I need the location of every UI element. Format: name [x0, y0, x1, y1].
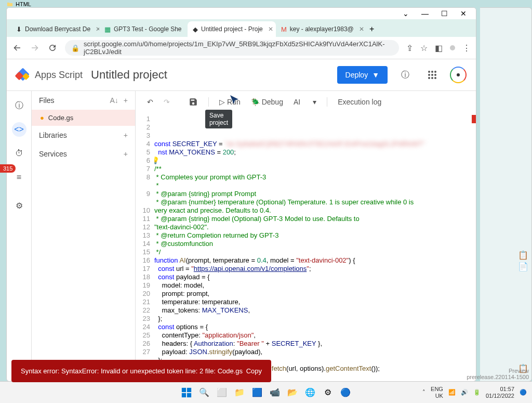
notification-icon[interactable]: 🔵	[520, 389, 527, 396]
tab-strip: ⬇Download Berrycast De✕ ▦GPT3 Test - Goo…	[7, 19, 476, 37]
extensions-icon[interactable]: ◧	[435, 43, 443, 53]
executions-icon[interactable]: ≡	[12, 170, 26, 185]
caret-down-icon: ▼	[372, 71, 379, 79]
new-tab-button[interactable]: +	[364, 21, 379, 37]
account-avatar[interactable]	[450, 67, 467, 83]
sheets-icon: ▦	[104, 25, 111, 33]
help-icon[interactable]: ⓘ	[396, 66, 415, 84]
svg-rect-1	[187, 387, 191, 392]
recorder-badge[interactable]: 315	[0, 164, 16, 173]
mini-icon: 📋	[518, 250, 528, 260]
function-select[interactable]: AI▾	[289, 96, 321, 108]
file-code-gs[interactable]: ● Code.gs	[32, 110, 135, 126]
explorer-icon[interactable]: 📂	[285, 385, 300, 400]
error-marker	[472, 115, 476, 123]
search-button[interactable]: 🔍	[197, 385, 211, 400]
forward-button[interactable]	[30, 43, 40, 53]
window-controls: ⌄ — ☐ ✕	[7, 8, 476, 19]
save-icon	[189, 97, 198, 107]
project-title[interactable]: Untitled project	[91, 68, 167, 82]
edge-icon[interactable]: 🌐	[303, 385, 317, 400]
script-icon: ◆	[193, 25, 198, 33]
apps-menu-icon[interactable]	[423, 66, 442, 84]
file-status-icon: ●	[40, 114, 44, 122]
copy-error-button[interactable]: Copy	[246, 367, 262, 375]
sort-icon[interactable]: A↓	[110, 96, 118, 105]
left-rail: ⓘ <> ⏱ ≡ ⚙	[7, 91, 32, 381]
share-icon[interactable]: ⇪	[406, 43, 413, 53]
prerelease-label: Previewprerelease.220114-1500	[463, 367, 532, 381]
desktop-folder[interactable]: HTML	[6, 1, 31, 7]
cursor-pointer-icon	[228, 93, 241, 106]
language-indicator[interactable]: ENGUK	[431, 386, 443, 399]
apps-script-logo[interactable]: Apps Script	[16, 68, 83, 82]
add-service-icon[interactable]: +	[124, 150, 128, 158]
camera-icon[interactable]: 📹	[268, 385, 282, 400]
close-icon[interactable]: ✕	[96, 25, 99, 33]
wifi-icon[interactable]: 📶	[448, 389, 456, 396]
back-button[interactable]	[12, 43, 22, 53]
window-minimize[interactable]: —	[421, 9, 429, 18]
logo-icon	[16, 68, 31, 82]
svg-rect-3	[187, 393, 191, 397]
task-view-button[interactable]: ⬜	[215, 385, 229, 400]
editor-icon[interactable]: <>	[12, 122, 26, 137]
execution-log-button[interactable]: Execution log	[334, 96, 385, 108]
close-icon[interactable]: ✕	[359, 25, 364, 33]
steam-icon[interactable]: ⚙	[321, 385, 335, 400]
tab-berrycast[interactable]: ⬇Download Berrycast De✕	[11, 21, 99, 37]
url-input[interactable]: 🔒script.google.com/u/0/home/projects/1m_…	[65, 40, 399, 56]
error-message: Syntax error: SyntaxError: Invalid or un…	[21, 367, 243, 375]
tray-chevron-icon[interactable]: ˄	[422, 389, 425, 396]
close-icon[interactable]: ✕	[187, 25, 188, 33]
clock[interactable]: 01:5701/12/2022	[486, 386, 514, 399]
background-window: 📋 📄 📋	[480, 7, 532, 382]
start-button[interactable]	[179, 385, 194, 400]
overview-icon[interactable]: ⓘ	[12, 98, 26, 113]
tab-apps-script[interactable]: ◆Untitled project - Proje✕	[188, 21, 276, 37]
undo-button[interactable]: ↶	[143, 96, 157, 108]
files-sidebar: Files A↓+ ● Code.gs Libraries + Services…	[32, 91, 136, 381]
save-tooltip: Save project	[205, 110, 232, 128]
lock-icon: 🔒	[71, 44, 79, 52]
download-icon: ⬇	[16, 25, 22, 33]
svg-rect-0	[182, 387, 186, 392]
error-toast: Syntax error: SyntaxError: Invalid or un…	[11, 360, 271, 382]
close-icon[interactable]: ✕	[268, 25, 273, 33]
tab-gmail[interactable]: Mkey - alexplayer1983@✕	[276, 21, 364, 37]
window-close[interactable]: ✕	[460, 9, 467, 18]
services-header: Services +	[32, 145, 135, 163]
menu-icon[interactable]: ⋮	[462, 43, 471, 53]
taskbar-right: ˄ ENGUK 📶 🔊 🔋 01:5701/12/2022 🔵	[422, 386, 532, 399]
redo-button[interactable]: ↷	[159, 96, 174, 108]
svg-rect-2	[182, 393, 186, 397]
editor-toolbar: ↶ ↷ Save project ▷ Run 🪲 Debug AI▾ Execu…	[136, 91, 476, 113]
chrome-icon[interactable]: 🔵	[338, 385, 353, 400]
window-dropdown[interactable]: ⌄	[403, 9, 409, 18]
tab-sheets[interactable]: ▦GPT3 Test - Google She✕	[99, 21, 188, 37]
browser-window: ⌄ — ☐ ✕ ⬇Download Berrycast De✕ ▦GPT3 Te…	[6, 7, 476, 382]
code-editor: ↶ ↷ Save project ▷ Run 🪲 Debug AI▾ Execu…	[136, 91, 476, 381]
battery-icon[interactable]: 🔋	[473, 389, 481, 396]
explorer-icon[interactable]: 📁	[232, 385, 247, 400]
code-source[interactable]: const SECRET_KEY = "sk-Sy6a8a0CjRBZ74R40…	[154, 113, 476, 381]
debug-button[interactable]: 🪲 Debug	[247, 96, 287, 108]
triggers-icon[interactable]: ⏱	[12, 146, 26, 161]
bookmark-icon[interactable]: ☆	[420, 43, 428, 53]
profile-icon[interactable]	[450, 45, 455, 50]
code-area[interactable]: 1234567891011121314151617181920212223242…	[136, 113, 476, 381]
taskbar-center: 🔍 ⬜ 📁 🟦 📹 📂 🌐 ⚙ 🔵	[179, 385, 353, 400]
save-button[interactable]: Save project	[184, 95, 202, 109]
line-gutter: 1234567891011121314151617181920212223242…	[136, 113, 154, 381]
mini-icon: 📄	[518, 262, 528, 271]
libraries-header: Libraries +	[32, 126, 135, 145]
reload-button[interactable]	[47, 43, 58, 53]
deploy-button[interactable]: Deploy▼	[337, 66, 388, 84]
volume-icon[interactable]: 🔊	[461, 389, 468, 396]
browser-actions: ⇪ ☆ ◧ ⋮	[406, 43, 471, 53]
add-file-icon[interactable]: +	[124, 96, 128, 105]
add-library-icon[interactable]: +	[124, 131, 128, 139]
window-maximize[interactable]: ☐	[441, 9, 448, 18]
app-icon[interactable]: 🟦	[250, 385, 264, 400]
settings-icon[interactable]: ⚙	[12, 198, 26, 213]
